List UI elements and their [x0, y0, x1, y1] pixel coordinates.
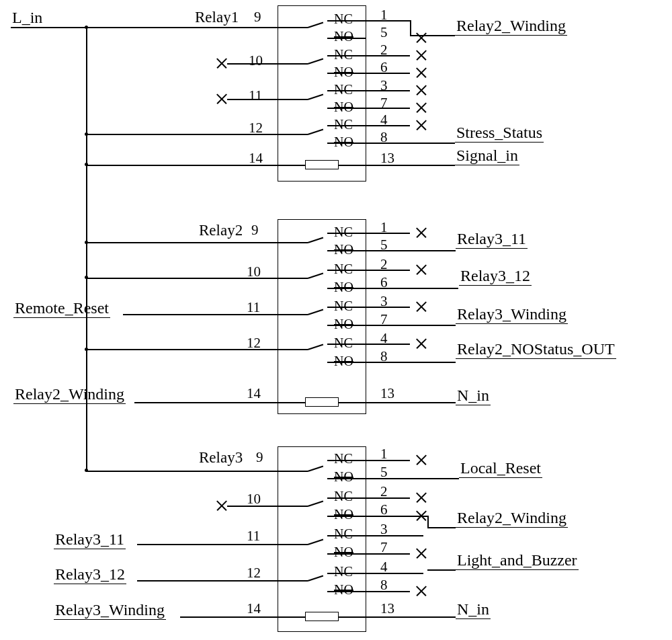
wire-r3-10 [227, 506, 278, 507]
label-relay3-winding: Relay3_Winding [456, 305, 568, 324]
wire-r1-out1v [410, 20, 411, 35]
wire-r1-out1 [366, 20, 410, 22]
wire-r2-14 [134, 402, 278, 403]
label-signal-in: Signal_in [455, 147, 519, 165]
r1-r-3 [327, 90, 366, 91]
r2-coil [305, 397, 339, 407]
r1-no1: NO [334, 29, 353, 44]
wire-r1-9 [86, 27, 278, 28]
r2-stub9 [278, 242, 308, 243]
r3-no3: NO [334, 545, 353, 560]
r2-pin13: 13 [380, 385, 394, 402]
wire-r3-12 [137, 580, 278, 582]
r2-pin9: 9 [251, 222, 259, 239]
r3-no4: NO [334, 582, 353, 598]
x-r1-out4 [415, 118, 428, 132]
r3-coil-l [278, 616, 305, 618]
x-r2-out1 [415, 226, 428, 239]
r1-stub12 [278, 134, 308, 135]
r3-pin13: 13 [380, 600, 394, 617]
wire-r1-out3 [366, 90, 410, 91]
r3-pin14: 14 [247, 600, 261, 617]
label-relay2-winding: Relay2_Winding [455, 17, 567, 36]
wire-r3-out2 [366, 497, 410, 499]
wire-r3-out3 [366, 535, 423, 536]
r3-stub12 [278, 580, 308, 582]
r1-pin7: 7 [380, 95, 388, 112]
wire-r1-out6 [366, 73, 410, 74]
x-r2-out3 [415, 300, 428, 313]
r3-nc1: NC [334, 451, 353, 467]
wire-r2-11 [123, 314, 278, 315]
r3-stub10 [278, 506, 308, 507]
x-r3-10 [215, 499, 228, 512]
label-relay3-11-in: Relay3_11 [54, 530, 126, 549]
wire-r2-out13 [366, 402, 456, 403]
wire-r2-out8 [366, 362, 456, 363]
r1-r-2 [327, 55, 366, 56]
relay1-title: Relay1 [195, 9, 239, 26]
wire-r1-out7 [366, 108, 410, 109]
wire-r2-out5 [366, 250, 456, 251]
r2-stub12 [278, 349, 308, 350]
wire-r2-out6 [366, 288, 458, 289]
label-local-reset: Local_Reset [459, 459, 542, 478]
r2-coil-l [278, 402, 305, 403]
r3-nc3: NC [334, 526, 353, 542]
r1-r-8 [327, 143, 366, 144]
r1-pin10: 10 [249, 52, 263, 69]
r2-stub10 [278, 278, 308, 279]
r3-r-2 [327, 497, 366, 499]
x-r1-out7 [415, 101, 428, 114]
relay2-title: Relay2 [199, 222, 243, 239]
label-relay3-12-in: Relay3_12 [54, 565, 126, 584]
wire-r1-12 [86, 134, 278, 135]
wire-r1-10 [227, 63, 278, 65]
label-n-in-1: N_in [456, 387, 491, 405]
r3-r-4 [327, 573, 366, 574]
r2-stub11 [278, 314, 308, 315]
label-n-in-2: N_in [456, 600, 491, 619]
relay3-title: Relay3 [199, 449, 243, 467]
label-relay3-12: Relay3_12 [459, 267, 532, 286]
wire-r1-out8 [366, 143, 455, 144]
wire-r3-out13 [366, 616, 456, 618]
wire-r2-12 [86, 349, 278, 350]
r1-stub10 [278, 63, 308, 65]
wire-r1-out4 [366, 125, 410, 126]
wire-r1-out1b [423, 35, 455, 36]
wire-r3-11 [137, 544, 278, 545]
r1-coil [305, 160, 339, 169]
x-r1-11 [215, 92, 228, 106]
r3-r-5 [327, 478, 366, 479]
r2-r-3 [327, 307, 366, 308]
r3-r-7 [327, 553, 366, 555]
r1-r-1 [327, 20, 366, 22]
r3-nc4: NC [334, 564, 353, 579]
r2-r-5 [327, 250, 366, 251]
wire-r3-out7 [366, 553, 410, 555]
x-r1-out2 [415, 48, 428, 62]
wire-r3-14 [180, 616, 278, 618]
r2-r-4 [327, 344, 366, 345]
r3-pin12: 12 [247, 565, 261, 582]
wire-r3-out7b [427, 569, 456, 571]
x-r3-out2 [415, 491, 428, 504]
r3-r-3 [327, 535, 366, 536]
r1-coil-l [278, 165, 305, 166]
r1-r-6 [327, 73, 366, 74]
r1-pin5: 5 [380, 24, 388, 41]
r2-r-7 [327, 325, 366, 326]
label-relay2-nostatus-out: Relay2_NOStatus_OUT [456, 340, 616, 359]
r2-r-2 [327, 270, 366, 271]
x-r3-out8 [415, 584, 428, 598]
r3-coil-r [339, 616, 366, 618]
x-r2-out4 [415, 337, 428, 350]
wire-r3-out4 [366, 573, 423, 574]
r1-pin9: 9 [254, 9, 261, 26]
wire-r2-out3 [366, 307, 410, 308]
label-l-in: L_in [11, 9, 44, 28]
r1-pin11: 11 [249, 87, 262, 104]
r1-r-7 [327, 108, 366, 109]
wire-r3-out6 [366, 516, 410, 517]
